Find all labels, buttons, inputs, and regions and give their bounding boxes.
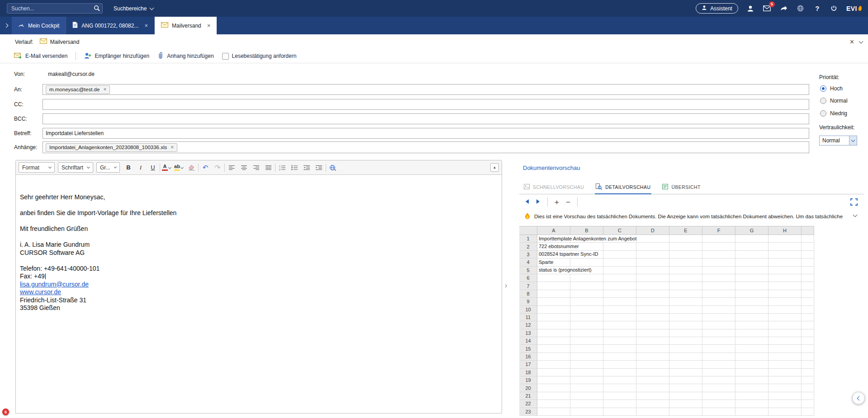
sheet-cell[interactable]: [702, 282, 735, 290]
sheet-cell[interactable]: [537, 306, 570, 314]
sidebar-expand-button[interactable]: [852, 392, 865, 404]
sheet-cell[interactable]: [570, 329, 603, 337]
sheet-cell[interactable]: [570, 337, 603, 345]
sheet-cell[interactable]: [669, 282, 702, 290]
logout-button[interactable]: [830, 4, 839, 13]
font-color-button[interactable]: A: [161, 162, 172, 173]
sheet-cell[interactable]: [702, 384, 735, 392]
sheet-cell[interactable]: [636, 258, 669, 266]
sheet-cell[interactable]: [669, 353, 702, 361]
sheet-cell[interactable]: [768, 384, 802, 392]
sheet-cell[interactable]: [669, 392, 702, 400]
sheet-cell[interactable]: 0028524 tspartner Sync-ID: [537, 251, 570, 258]
radio-icon[interactable]: [820, 98, 826, 104]
sheet-cell[interactable]: [669, 290, 702, 298]
sheet-cell[interactable]: [636, 353, 669, 361]
sheet-cell[interactable]: [603, 267, 636, 274]
add-attachment-button[interactable]: Anhang hinzufügen: [157, 52, 213, 61]
sheet-cell[interactable]: [537, 400, 570, 408]
sheet-cell[interactable]: [768, 298, 802, 305]
sheet-cell[interactable]: [537, 353, 570, 361]
align-left-button[interactable]: [226, 162, 237, 173]
sheet-cell[interactable]: [603, 345, 636, 352]
sheet-cell[interactable]: [768, 376, 802, 384]
sheet-cell[interactable]: [570, 314, 603, 321]
sheet-cell[interactable]: [735, 314, 768, 321]
sheet-cell[interactable]: [768, 408, 802, 416]
align-justify-button[interactable]: [263, 162, 274, 173]
sheet-cell[interactable]: [702, 274, 735, 282]
attachments-field[interactable]: Importdatei_Anlagenkonten_20230808_10033…: [43, 141, 809, 153]
add-recipient-button[interactable]: Empfänger hinzufügen: [84, 52, 149, 60]
sheet-cell[interactable]: [702, 314, 735, 321]
assistant-button[interactable]: Assistent: [696, 3, 738, 14]
sheet-cell[interactable]: [768, 267, 802, 274]
sheet-cell[interactable]: [768, 392, 802, 400]
undo-button[interactable]: ↶: [200, 162, 211, 173]
sheet-cell[interactable]: [669, 337, 702, 345]
remove-format-button[interactable]: [186, 162, 197, 173]
sheet-cell[interactable]: [603, 400, 636, 408]
sheet-cell[interactable]: [570, 408, 603, 416]
zoom-in-button[interactable]: +: [555, 198, 559, 206]
tab-schnellvorschau[interactable]: SCHNELLVORSCHAU: [524, 180, 584, 194]
user-button[interactable]: [746, 4, 755, 13]
sheet-cell[interactable]: [636, 369, 669, 376]
inbox-button[interactable]: 5: [763, 4, 772, 13]
send-email-button[interactable]: E-Mail versenden: [14, 52, 67, 60]
radio-icon[interactable]: [820, 110, 826, 117]
sheet-cell[interactable]: [768, 258, 802, 266]
sheet-cell[interactable]: [570, 274, 603, 282]
sheet-cell[interactable]: [702, 408, 735, 416]
sheet-cell[interactable]: 722 ebotsnummer: [537, 243, 570, 250]
sheet-cell[interactable]: [702, 258, 735, 266]
sheet-cell[interactable]: [669, 267, 702, 274]
sheet-cell[interactable]: [735, 345, 768, 352]
sheet-cell[interactable]: [768, 345, 802, 352]
sheet-cell[interactable]: [768, 369, 802, 376]
sheet-cell[interactable]: [735, 321, 768, 329]
sheet-cell[interactable]: [735, 329, 768, 337]
sheet-cell[interactable]: [669, 298, 702, 305]
sheet-cell[interactable]: [603, 258, 636, 266]
select-dropdown-button[interactable]: [849, 136, 857, 145]
sheet-cell[interactable]: [537, 345, 570, 352]
sheet-cell[interactable]: Importtemplate Anlagenkonten zum Angebot: [537, 235, 570, 243]
recipient-chip[interactable]: m.moneysac@test.de ×: [46, 85, 110, 94]
indent-button[interactable]: [313, 162, 324, 173]
cc-field[interactable]: [43, 99, 809, 110]
sheet-cell[interactable]: [768, 353, 802, 361]
tab-mailversand[interactable]: Mailversand ×: [155, 17, 217, 34]
sheet-cell[interactable]: [669, 376, 702, 384]
sheet-cell[interactable]: [669, 274, 702, 282]
sheet-cell[interactable]: [735, 400, 768, 408]
sheet-cell[interactable]: [603, 306, 636, 314]
sheet-cell[interactable]: [537, 321, 570, 329]
editor-hyperlink[interactable]: lisa.gundrum@cursor.de: [20, 281, 89, 288]
sheet-cell[interactable]: [603, 274, 636, 282]
sheet-cell[interactable]: [636, 290, 669, 298]
sheet-cell[interactable]: [735, 353, 768, 361]
chevron-down-icon[interactable]: [859, 39, 863, 43]
panel-splitter-handle[interactable]: ›: [505, 282, 507, 289]
underline-button[interactable]: U: [147, 162, 158, 173]
subject-field[interactable]: Importdatei Lieferstellen: [43, 128, 809, 139]
zoom-out-button[interactable]: −: [566, 198, 570, 206]
sheet-cell[interactable]: [768, 400, 802, 408]
sheet-cell[interactable]: [669, 400, 702, 408]
sheet-cell[interactable]: [735, 290, 768, 298]
sheet-cell[interactable]: [768, 337, 802, 345]
sheet-cell[interactable]: [636, 376, 669, 384]
sheet-cell[interactable]: [603, 251, 636, 258]
sheet-cell[interactable]: [702, 298, 735, 305]
font-select[interactable]: Schriftart: [58, 162, 93, 173]
sheet-cell[interactable]: [603, 329, 636, 337]
sheet-cell[interactable]: [603, 361, 636, 368]
attachment-chip[interactable]: Importdatei_Anlagenkonten_20230808_10033…: [46, 143, 177, 152]
sheet-cell[interactable]: [702, 267, 735, 274]
sheet-cell[interactable]: [735, 392, 768, 400]
sheet-cell[interactable]: [603, 314, 636, 321]
search-input[interactable]: [7, 3, 103, 14]
sheet-cell[interactable]: [537, 376, 570, 384]
sheet-cell[interactable]: [636, 251, 669, 258]
